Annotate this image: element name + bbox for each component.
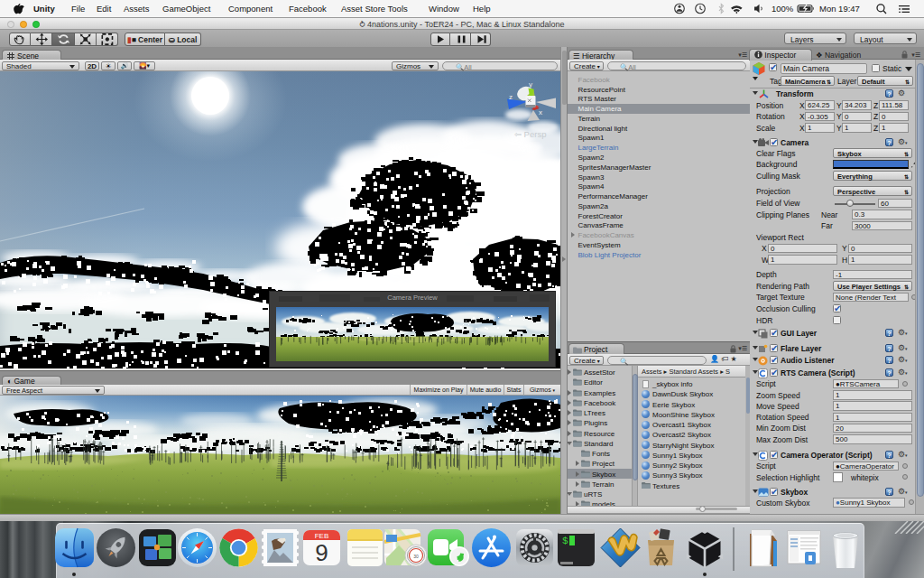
svg-text:9: 9 — [315, 539, 328, 566]
svg-text:30: 30 — [413, 554, 419, 559]
svg-text:⇦ Persp: ⇦ Persp — [514, 129, 546, 139]
svg-text:$: $ — [562, 536, 568, 546]
svg-text:z: z — [509, 93, 513, 101]
svg-text:x: x — [539, 108, 542, 117]
svg-text:y: y — [529, 80, 532, 89]
